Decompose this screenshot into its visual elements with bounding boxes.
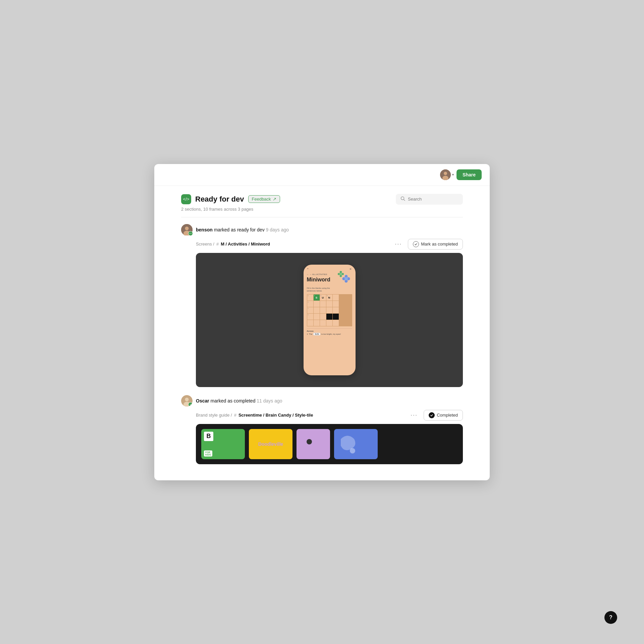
- section-name-2: Screentime / Brain Candy / Style-tile: [238, 413, 313, 418]
- clue-after: is too bright, my eyes!: [321, 333, 341, 335]
- clue-highlight: SUN: [313, 333, 320, 335]
- breadcrumb-2: Brand style guide / # Screentime / Brain…: [196, 413, 313, 418]
- user-avatar-button[interactable]: ▾: [440, 169, 454, 180]
- back-arrow-icon: ←: [307, 273, 309, 275]
- main-window: ▾ Share </> Ready for dev Feedback ↗: [154, 164, 490, 480]
- frame-preview-1: • ≡ ← ← ALL ACTIVITIES Miniword: [196, 253, 463, 387]
- crossword-grid: 1 1S 2U 3N 4: [307, 294, 352, 326]
- chevron-down-icon: ▾: [452, 173, 454, 176]
- dev-badge: </>: [188, 231, 193, 236]
- cell: 4: [307, 301, 313, 307]
- crossword-row-1: 1 1S 2U 3N: [307, 294, 352, 301]
- share-button[interactable]: Share: [457, 169, 482, 180]
- phone-app-title: Miniword: [307, 277, 330, 283]
- mark-completed-button[interactable]: Mark as completed: [408, 239, 463, 250]
- cell: [326, 320, 332, 326]
- cell: 6: [307, 314, 313, 320]
- benson-avatar: </>: [181, 224, 193, 235]
- content-area: </> Ready for dev Feedback ↗ 2 sections,: [154, 186, 490, 480]
- completed-icon: [429, 412, 435, 418]
- cell: [333, 320, 339, 326]
- cell-s: 1S: [314, 294, 320, 301]
- check-circle-outline-icon: [413, 241, 419, 247]
- svg-point-21: [350, 448, 355, 453]
- svg-point-6: [185, 226, 189, 230]
- svg-point-8: [339, 271, 342, 273]
- phone-menu-icon: ≡: [350, 267, 351, 271]
- for-kids-badge: FORKIDS: [204, 450, 212, 457]
- breadcrumb-actions-2: ··· Completed: [409, 410, 463, 421]
- abstract-icon: [334, 429, 361, 459]
- cell: [326, 301, 332, 307]
- svg-point-1: [444, 172, 447, 175]
- b-logo: B: [204, 432, 213, 441]
- activity-item-1: </> benson marked as ready for dev 9 day…: [181, 224, 463, 387]
- cell: 1: [307, 294, 313, 301]
- page-icon: </>: [181, 194, 191, 204]
- hash-icon-1: #: [216, 241, 219, 247]
- external-link-icon: ↗: [273, 197, 276, 202]
- phone-title-row: Miniword: [307, 277, 352, 287]
- cell: [320, 301, 326, 307]
- phone-mockup: • ≡ ← ← ALL ACTIVITIES Miniword: [304, 265, 356, 375]
- page-title-row: </> Ready for dev Feedback ↗: [181, 194, 280, 204]
- breadcrumb-prefix-2: Brand style guide /: [196, 413, 232, 418]
- cell: [333, 301, 339, 307]
- cell: [307, 320, 313, 326]
- search-bar[interactable]: [396, 194, 463, 205]
- cell: [314, 307, 320, 313]
- activity-text-1: benson marked as ready for dev 9 days ag…: [196, 227, 289, 232]
- feedback-button[interactable]: Feedback ↗: [248, 195, 280, 203]
- more-options-button-1[interactable]: ···: [393, 240, 404, 248]
- clue-text: 1 The SUN is too bright, my eyes!: [307, 333, 352, 335]
- activity-header-1: </> benson marked as ready for dev 9 day…: [181, 224, 463, 235]
- topbar: ▾ Share: [154, 164, 490, 186]
- frame-preview-2: B FORKIDS Doodleville: [196, 424, 463, 464]
- breadcrumb-row-1: Screens / # M / Activities / Miniword ··…: [181, 239, 463, 250]
- crossword-row-4: 6: [307, 314, 352, 320]
- brand-card-purple: [297, 429, 330, 459]
- search-input[interactable]: [408, 197, 458, 202]
- clue-before: The: [309, 333, 312, 335]
- svg-point-11: [337, 273, 340, 275]
- crossword-row-2: 4: [307, 301, 352, 307]
- phone-status-bar: • ≡: [304, 265, 356, 272]
- cell-n: 3N: [326, 294, 332, 301]
- more-options-button-2[interactable]: ···: [409, 411, 420, 419]
- benson-name: benson: [196, 227, 213, 232]
- svg-line-4: [404, 199, 405, 201]
- section-name-1: M / Activities / Miniword: [221, 241, 270, 247]
- svg-point-12: [339, 273, 342, 275]
- doodleville-text: Doodleville: [258, 441, 283, 447]
- cell: [314, 314, 320, 320]
- phone-time: •: [308, 267, 308, 271]
- cell: [320, 314, 326, 320]
- cell: [314, 320, 320, 326]
- breadcrumb-row-2: Brand style guide / # Screentime / Brain…: [181, 410, 463, 421]
- cell: [320, 307, 326, 313]
- activity-text-2: Oscar marked as completed 11 days ago: [196, 398, 282, 404]
- feedback-label: Feedback: [252, 197, 271, 202]
- svg-point-19: [185, 397, 189, 401]
- cell: [320, 320, 326, 326]
- cell: [326, 307, 332, 313]
- completed-label: Completed: [437, 413, 458, 418]
- cell: [333, 307, 339, 313]
- cell-filled: [326, 314, 332, 320]
- flowers-decoration: [339, 277, 352, 287]
- clue-title: Across: [307, 330, 352, 332]
- activity-item-2: ✓ Oscar marked as completed 11 days ago …: [181, 395, 463, 464]
- cell: 5: [307, 307, 313, 313]
- completed-badge: ✓: [188, 402, 193, 407]
- oscar-avatar: ✓: [181, 395, 193, 407]
- divider: [181, 217, 463, 217]
- mark-completed-label: Mark as completed: [421, 241, 458, 247]
- svg-point-17: [344, 277, 348, 280]
- completed-button[interactable]: Completed: [424, 410, 463, 421]
- phone-subtitle: Fill in the blanks using thesentences be…: [307, 287, 352, 292]
- phone-content: ← ← ALL ACTIVITIES Miniword: [304, 272, 356, 337]
- page-header: </> Ready for dev Feedback ↗: [181, 194, 463, 205]
- cell-filled: [333, 314, 339, 320]
- cell: [314, 301, 320, 307]
- crossword-row-5: [307, 320, 352, 326]
